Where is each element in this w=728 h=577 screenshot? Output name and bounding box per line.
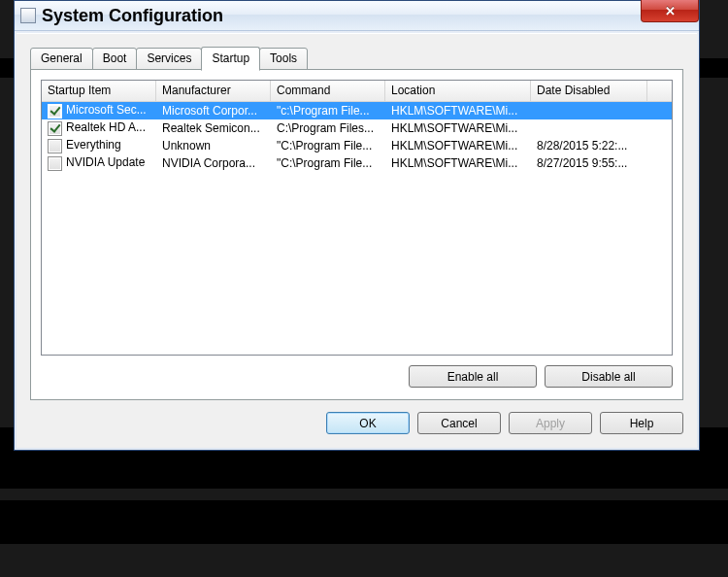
background-strip: [0, 544, 728, 577]
app-icon: [20, 8, 36, 23]
table-row[interactable]: Microsoft Sec...Microsoft Corpor..."c:\P…: [42, 102, 672, 119]
cell-manufacturer: NVIDIA Corpora...: [156, 156, 271, 170]
row-checkbox[interactable]: [48, 156, 62, 171]
ok-button[interactable]: OK: [326, 412, 410, 434]
cell-manufacturer: Microsoft Corpor...: [156, 104, 271, 118]
cell-date-disabled: 8/28/2015 5:22:...: [531, 139, 647, 153]
system-configuration-window: System Configuration ✕ General Boot Serv…: [14, 0, 700, 451]
enable-all-button[interactable]: Enable all: [409, 365, 537, 388]
tab-button-row: Enable all Disable all: [41, 365, 673, 388]
cell-command: "C:\Program File...: [271, 139, 385, 153]
cell-text: Realtek HD A...: [66, 120, 146, 134]
cell-command: "C:\Program File...: [271, 156, 385, 170]
client-area: General Boot Services Startup Tools Star…: [17, 33, 697, 448]
cancel-button[interactable]: Cancel: [417, 412, 501, 434]
cell-manufacturer: Realtek Semicon...: [156, 121, 271, 135]
window-title: System Configuration: [42, 6, 223, 26]
tab-boot[interactable]: Boot: [92, 48, 138, 70]
cell-startup-item: Everything: [42, 138, 156, 153]
cell-location: HKLM\SOFTWARE\Mi...: [385, 104, 531, 118]
col-startup-item[interactable]: Startup Item: [42, 81, 156, 101]
close-button[interactable]: ✕: [641, 0, 699, 22]
listview-header: Startup Item Manufacturer Command Locati…: [42, 81, 672, 102]
col-manufacturer[interactable]: Manufacturer: [156, 81, 271, 101]
cell-text: NVIDIA Update: [66, 155, 145, 169]
tab-strip: General Boot Services Startup Tools: [30, 46, 683, 70]
cell-location: HKLM\SOFTWARE\Mi...: [385, 156, 531, 170]
tab-page-startup: Startup Item Manufacturer Command Locati…: [30, 69, 683, 400]
cell-startup-item: Microsoft Sec...: [42, 103, 156, 118]
close-icon: ✕: [665, 4, 676, 18]
tab-startup[interactable]: Startup: [201, 47, 260, 71]
listview-body: Microsoft Sec...Microsoft Corpor..."c:\P…: [42, 102, 672, 172]
startup-listview[interactable]: Startup Item Manufacturer Command Locati…: [41, 80, 673, 356]
dialog-button-row: OK Cancel Apply Help: [30, 412, 683, 434]
cell-date-disabled: 8/27/2015 9:55:...: [531, 156, 647, 170]
tab-services[interactable]: Services: [136, 48, 202, 70]
col-date-disabled[interactable]: Date Disabled: [531, 81, 647, 101]
table-row[interactable]: EverythingUnknown"C:\Program File...HKLM…: [42, 137, 672, 154]
tab-general[interactable]: General: [30, 48, 93, 70]
cell-text: Microsoft Sec...: [66, 103, 147, 117]
disable-all-button[interactable]: Disable all: [545, 365, 673, 388]
row-checkbox[interactable]: [48, 139, 62, 153]
table-row[interactable]: NVIDIA UpdateNVIDIA Corpora..."C:\Progra…: [42, 154, 672, 172]
col-location[interactable]: Location: [385, 81, 531, 101]
help-button[interactable]: Help: [600, 412, 683, 434]
titlebar[interactable]: System Configuration ✕: [15, 1, 699, 31]
col-filler: [647, 81, 672, 101]
row-checkbox[interactable]: [48, 104, 62, 119]
cell-text: Everything: [66, 138, 121, 152]
col-command[interactable]: Command: [271, 81, 385, 101]
background-strip: [0, 489, 728, 500]
cell-location: HKLM\SOFTWARE\Mi...: [385, 121, 531, 135]
cell-command: "c:\Program File...: [271, 104, 385, 118]
cell-manufacturer: Unknown: [156, 139, 271, 153]
cell-location: HKLM\SOFTWARE\Mi...: [385, 139, 531, 153]
cell-command: C:\Program Files...: [271, 121, 385, 135]
tab-tools[interactable]: Tools: [259, 48, 308, 70]
table-row[interactable]: Realtek HD A...Realtek Semicon...C:\Prog…: [42, 119, 672, 137]
cell-startup-item: Realtek HD A...: [42, 120, 156, 135]
cell-startup-item: NVIDIA Update: [42, 155, 156, 170]
apply-button[interactable]: Apply: [509, 412, 592, 434]
row-checkbox[interactable]: [48, 121, 62, 136]
